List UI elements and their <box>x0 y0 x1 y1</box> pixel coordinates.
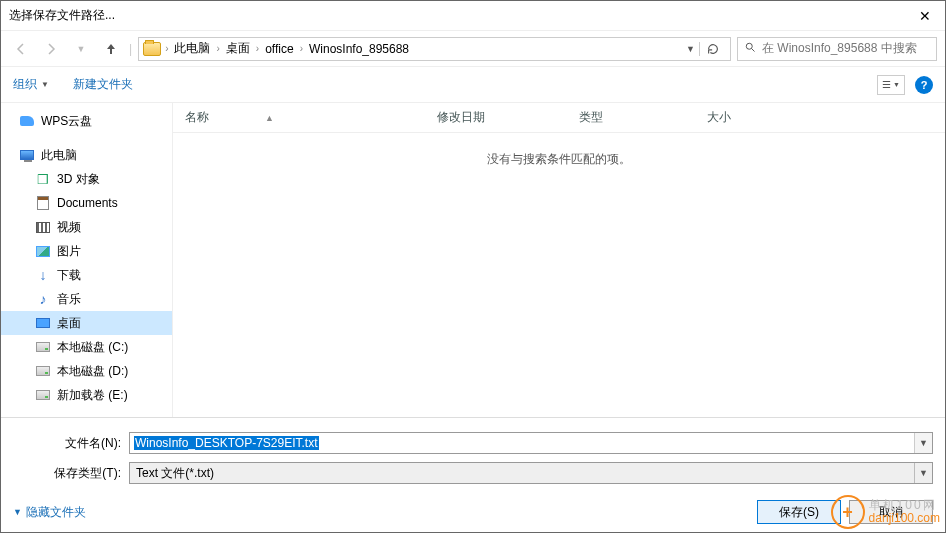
column-headers: 名称▲ 修改日期 类型 大小 <box>173 103 945 133</box>
search-input[interactable]: 在 WinosInfo_895688 中搜索 <box>737 37 937 61</box>
search-placeholder: 在 WinosInfo_895688 中搜索 <box>762 40 917 57</box>
empty-message: 没有与搜索条件匹配的项。 <box>173 133 945 417</box>
filetype-label: 保存类型(T): <box>13 465 121 482</box>
breadcrumb[interactable]: 桌面 <box>224 40 252 57</box>
organize-button[interactable]: 组织 ▼ <box>13 76 49 93</box>
chevron-down-icon: ▼ <box>41 80 49 89</box>
breadcrumb[interactable]: 此电脑 <box>172 40 212 57</box>
drive-icon <box>36 390 50 400</box>
sidebar-item-wps[interactable]: WPS云盘 <box>1 109 172 133</box>
sidebar-item-drive-d[interactable]: 本地磁盘 (D:) <box>1 359 172 383</box>
chevron-right-icon: › <box>216 43 219 54</box>
navbar: ▼ | › 此电脑 › 桌面 › office › WinosInfo_8956… <box>1 31 945 67</box>
sidebar-item-pictures[interactable]: 图片 <box>1 239 172 263</box>
col-size[interactable]: 大小 <box>707 109 731 126</box>
back-icon[interactable] <box>9 37 33 61</box>
hide-folders-toggle[interactable]: ▼ 隐藏文件夹 <box>13 504 86 521</box>
picture-icon <box>36 246 50 257</box>
document-icon <box>37 196 49 210</box>
search-icon <box>744 41 756 56</box>
sidebar-item-desktop[interactable]: 桌面 <box>1 311 172 335</box>
col-name[interactable]: 名称▲ <box>185 109 437 126</box>
file-list: 名称▲ 修改日期 类型 大小 没有与搜索条件匹配的项。 <box>173 103 945 417</box>
cube-icon: ❒ <box>35 172 51 186</box>
drive-icon <box>36 342 50 352</box>
drive-icon <box>36 366 50 376</box>
new-folder-button[interactable]: 新建文件夹 <box>73 76 133 93</box>
refresh-icon[interactable] <box>699 42 726 56</box>
window-title: 选择保存文件路径... <box>9 7 913 24</box>
sidebar-item-pc[interactable]: 此电脑 <box>1 143 172 167</box>
svg-line-1 <box>752 49 755 52</box>
help-icon[interactable]: ? <box>915 76 933 94</box>
filename-panel: 文件名(N): WinosInfo_DESKTOP-7S29EIT.txt ▼ … <box>1 417 945 492</box>
chevron-right-icon: › <box>300 43 303 54</box>
filename-input[interactable]: WinosInfo_DESKTOP-7S29EIT.txt ▼ <box>129 432 933 454</box>
sidebar-item-3d[interactable]: ❒3D 对象 <box>1 167 172 191</box>
footer: ▼ 隐藏文件夹 保存(S) 取消 <box>1 492 945 532</box>
filetype-select[interactable]: Text 文件(*.txt) ▼ <box>129 462 933 484</box>
desktop-icon <box>36 318 50 328</box>
sidebar-item-drive-e[interactable]: 新加载卷 (E:) <box>1 383 172 407</box>
view-mode-button[interactable]: ☰ ▼ <box>877 75 905 95</box>
close-icon[interactable]: ✕ <box>913 8 937 24</box>
chevron-right-icon: › <box>256 43 259 54</box>
breadcrumb[interactable]: WinosInfo_895688 <box>307 42 411 56</box>
chevron-down-icon[interactable]: ▼ <box>686 44 695 54</box>
recent-dropdown-icon[interactable]: ▼ <box>69 37 93 61</box>
video-icon <box>36 222 50 233</box>
sidebar-item-downloads[interactable]: ↓下载 <box>1 263 172 287</box>
toolbar: 组织 ▼ 新建文件夹 ☰ ▼ ? <box>1 67 945 103</box>
pc-icon <box>20 150 34 160</box>
breadcrumb[interactable]: office <box>263 42 295 56</box>
address-bar[interactable]: › 此电脑 › 桌面 › office › WinosInfo_895688 ▼ <box>138 37 731 61</box>
forward-icon[interactable] <box>39 37 63 61</box>
cancel-button[interactable]: 取消 <box>849 500 933 524</box>
sidebar-item-music[interactable]: ♪音乐 <box>1 287 172 311</box>
sidebar: WPS云盘 此电脑 ❒3D 对象 Documents 视频 图片 ↓下载 ♪音乐… <box>1 103 173 417</box>
up-icon[interactable] <box>99 37 123 61</box>
sidebar-item-videos[interactable]: 视频 <box>1 215 172 239</box>
chevron-down-icon[interactable]: ▼ <box>914 463 932 483</box>
chevron-right-icon: › <box>165 43 168 54</box>
svg-point-0 <box>746 43 752 49</box>
save-button[interactable]: 保存(S) <box>757 500 841 524</box>
folder-icon <box>143 42 161 56</box>
filename-label: 文件名(N): <box>13 435 121 452</box>
col-type[interactable]: 类型 <box>579 109 707 126</box>
chevron-down-icon[interactable]: ▼ <box>914 433 932 453</box>
col-date[interactable]: 修改日期 <box>437 109 579 126</box>
sidebar-item-drive-c[interactable]: 本地磁盘 (C:) <box>1 335 172 359</box>
cloud-icon <box>20 116 34 126</box>
music-icon: ♪ <box>35 292 51 306</box>
titlebar: 选择保存文件路径... ✕ <box>1 1 945 31</box>
sort-indicator-icon: ▲ <box>265 113 274 123</box>
sidebar-item-documents[interactable]: Documents <box>1 191 172 215</box>
chevron-down-icon: ▼ <box>13 507 22 517</box>
download-icon: ↓ <box>35 268 51 282</box>
